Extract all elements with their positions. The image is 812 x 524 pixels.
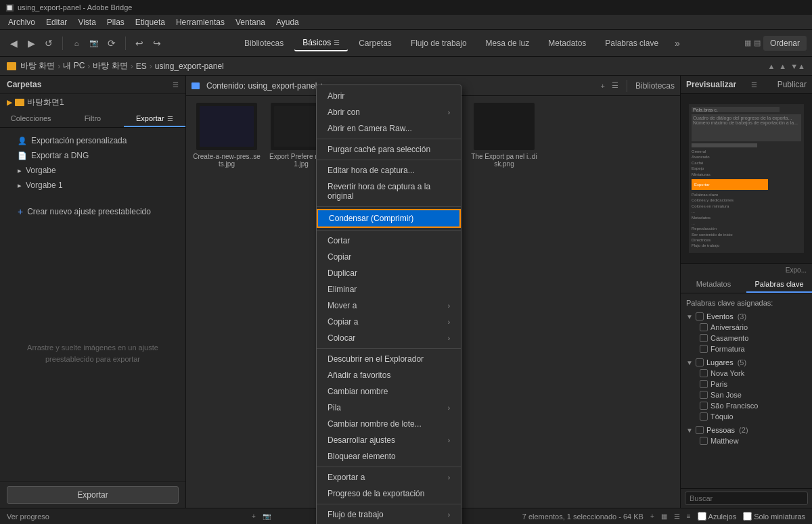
tab-metadatos-right[interactable]: Metadatos [681,277,746,293]
previsualizar-menu[interactable]: ☰ [751,81,757,89]
ctx-descubrir[interactable]: Descubrir en el Explorador [317,351,461,367]
keyword-saofrancisco[interactable]: São Francisco [686,400,807,411]
lugares-checkbox[interactable] [696,358,704,366]
ordenar-button[interactable]: Ordenar [763,36,807,51]
menu-etiqueta[interactable]: Etiqueta [130,15,171,29]
tab-flujo[interactable]: Flujo de trabajo [403,36,475,51]
ctx-colocar[interactable]: Colocar› [317,330,461,346]
keyword-lugares-header[interactable]: ▼ Lugares (5) [686,357,807,368]
menu-ayuda[interactable]: Ayuda [271,15,304,29]
redo-button[interactable]: ↪ [149,35,165,51]
thumbnail-item[interactable]: The Export pa nel i..disk.png [470,103,538,168]
tab-bibliotecas[interactable]: Bibliotecas [236,36,292,51]
keyword-toquio[interactable]: Tóquio [686,411,807,422]
matthew-checkbox[interactable] [700,437,708,445]
more-tabs-button[interactable]: » [675,38,680,49]
thumbnail-item[interactable]: Create-a-new-pres..sets.jpg [193,103,261,168]
ctx-pila[interactable]: Pila› [317,400,461,416]
tab-colecciones[interactable]: Colecciones [0,111,62,127]
ctx-progreso-exportacion[interactable]: Progreso de la exportación [317,485,461,502]
breadcrumb-folder[interactable]: using_export-panel [155,62,224,71]
breadcrumb-es[interactable]: ES [136,62,147,71]
vorgabe-item[interactable]: ▸ Vorgabe [7,163,179,178]
vorgabe1-item[interactable]: ▸ Vorgabe 1 [7,178,179,193]
plus-view-icon[interactable]: + [650,513,654,520]
tab-basicos[interactable]: Básicos☰ [294,35,348,51]
keyword-casamento[interactable]: Casamento [686,333,807,343]
tab-palabras[interactable]: Palabras clave [597,36,667,51]
ctx-revertir[interactable]: Revertir hora de captura a la original [317,178,461,204]
ctx-abrir-camera[interactable]: Abrir en Camera Raw... [317,120,461,137]
add-content-icon[interactable]: + [601,82,605,90]
tab-exportar[interactable]: Exportar☰ [124,111,185,127]
breadcrumb-mypc[interactable]: 내 PC [63,60,85,72]
ctx-anadir[interactable]: Añadir a favoritos [317,367,461,383]
ctx-mover-a[interactable]: Mover a› [317,297,461,314]
list-view-icon[interactable]: ☰ [674,513,680,520]
ctx-desarrollar[interactable]: Desarrollar ajustes› [317,432,461,448]
export-dng-item[interactable]: 📄 Exportar a DNG [7,148,179,163]
new-preset-item[interactable]: + Crear nuevo ajuste preestablecido [7,204,179,220]
ctx-copiar[interactable]: Copiar [317,249,461,265]
ctx-exportar-a[interactable]: Exportar a› [317,469,461,485]
export-custom-item[interactable]: 👤 Exportación personalizada [7,133,179,148]
undo-button[interactable]: ↩ [131,35,148,51]
menu-ventana[interactable]: Ventana [230,15,271,29]
keyword-paris[interactable]: Paris [686,379,807,389]
toquio-checkbox[interactable] [700,412,708,421]
ctx-abrir[interactable]: Abrir [317,88,461,104]
keyword-sanjose[interactable]: San Jose [686,389,807,400]
ctx-cambiar-nombre[interactable]: Cambiar nombre [317,383,461,400]
azulejos-checkbox[interactable] [698,512,706,521]
refresh-button[interactable]: ↺ [41,35,57,51]
menu-archivo[interactable]: Archivo [3,15,41,29]
publicar-label[interactable]: Publicar [777,80,807,89]
add-status-icon[interactable]: + [252,513,256,520]
ver-progreso-label[interactable]: Ver progreso [7,513,245,521]
grid-view-icon[interactable]: ▦ [661,513,667,520]
tab-mesa-luz[interactable]: Mesa de luz [478,36,538,51]
forward-button[interactable]: ▶ [23,35,39,51]
solo-miniaturas-label[interactable]: Solo miniaturas [743,512,805,521]
pessoas-checkbox[interactable] [696,426,704,434]
casamento-checkbox[interactable] [700,334,708,342]
menu-vista[interactable]: Vista [72,15,101,29]
tab-metadatos[interactable]: Metadatos [540,36,594,51]
tab-filtro[interactable]: Filtro [62,111,123,127]
tab-carpetas[interactable]: Carpetas [351,36,400,51]
keyword-novayork[interactable]: Nova York [686,368,807,379]
search-input[interactable] [685,492,808,505]
breadcrumb-desktop2[interactable]: 바탕 화면 [93,60,127,72]
keyword-eventos-header[interactable]: ▼ Eventos (3) [686,311,807,322]
ctx-condensar[interactable]: Condensar (Comprimir) [317,209,461,228]
paris-checkbox[interactable] [700,380,708,388]
ctx-flujo[interactable]: Flujo de trabajo› [317,506,461,523]
keyword-matthew[interactable]: Matthew [686,435,807,446]
aniversario-checkbox[interactable] [700,323,708,331]
camera-button[interactable]: 📷 [86,35,102,51]
exportar-button[interactable]: Exportar [7,486,179,504]
solo-miniaturas-checkbox[interactable] [743,512,752,521]
ctx-purgar[interactable]: Purgar caché para selección [317,141,461,158]
home-button[interactable]: ⌂ [68,35,85,51]
sanjose-checkbox[interactable] [700,391,708,399]
menu-herramientas[interactable]: Herramientas [171,15,230,29]
content-menu-icon[interactable]: ☰ [612,81,618,90]
sidebar-folder-item[interactable]: ▶ 바탕화면1 [0,94,185,111]
ctx-duplicar[interactable]: Duplicar [317,265,461,281]
keyword-formatura[interactable]: Formatura [686,343,807,354]
menu-editar[interactable]: Editar [41,15,72,29]
ctx-abrir-con[interactable]: Abrir con› [317,104,461,120]
ctx-bloquear[interactable]: Bloquear elemento [317,448,461,465]
ctx-cambiar-lote[interactable]: Cambiar nombre de lote... [317,416,461,432]
keyword-pessoas-header[interactable]: ▼ Pessoas (2) [686,425,807,435]
ctx-eliminar[interactable]: Eliminar [317,281,461,297]
ctx-cortar[interactable]: Cortar [317,233,461,249]
tab-palabras-right[interactable]: Palabras clave [746,277,812,293]
carpetas-menu-icon[interactable]: ☰ [173,81,179,89]
novayork-checkbox[interactable] [700,369,708,377]
ctx-copiar-a[interactable]: Copiar a› [317,314,461,330]
keyword-aniversario[interactable]: Aniversário [686,322,807,333]
menu-pilas[interactable]: Pilas [102,15,130,29]
formatura-checkbox[interactable] [700,345,708,353]
